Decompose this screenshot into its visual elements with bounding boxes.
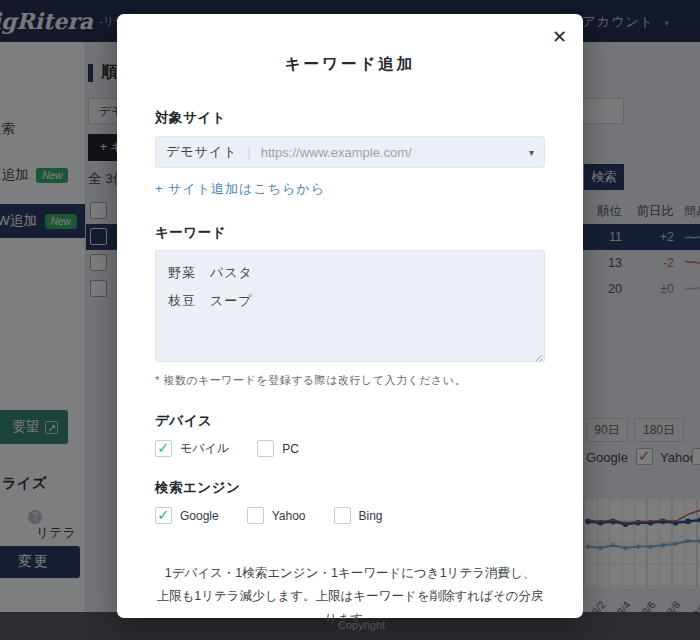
target-site-label: 対象サイト [155,109,545,127]
engine-google-option[interactable]: Google [155,507,219,524]
google-checkbox[interactable] [155,507,172,524]
modal-title: キーワード追加 [117,54,583,75]
device-mobile-option[interactable]: モバイル [155,440,229,457]
keyword-textarea[interactable]: 野菜 パスタ 枝豆 スープ [155,250,545,362]
device-label: デバイス [155,412,545,430]
app-window: BigRitera -リテラ- アカウント ▾ 検索 サイト追加 New KW追… [0,0,700,640]
bing-checkbox[interactable] [334,507,351,524]
device-pc-option[interactable]: PC [257,440,299,457]
keyword-note: * 複数のキーワードを登録する際は改行して入力ください。 [155,373,545,388]
pc-checkbox[interactable] [257,440,274,457]
device-options: モバイル PC [155,440,545,457]
keyword-label: キーワード [155,224,545,242]
close-icon[interactable]: ✕ [552,26,567,48]
separator: | [248,145,251,159]
engine-bing-option[interactable]: Bing [334,507,383,524]
chevron-down-icon: ▾ [529,147,534,158]
yahoo-checkbox[interactable] [247,507,264,524]
engine-label: 検索エンジン [155,479,545,497]
add-keyword-modal: ✕ キーワード追加 対象サイト デモサイト | https://www.exam… [117,14,583,618]
consumption-info: 1デバイス・1検索エンジン・1キーワードにつき1リテラ消費し、 上限も1リテラ減… [155,562,545,631]
engine-yahoo-option[interactable]: Yahoo [247,507,306,524]
mobile-checkbox[interactable] [155,440,172,457]
add-site-link[interactable]: + サイト追加はこちらから [155,180,545,198]
engine-options: Google Yahoo Bing [155,507,545,524]
site-select[interactable]: デモサイト | https://www.example.com/ ▾ [155,136,545,168]
